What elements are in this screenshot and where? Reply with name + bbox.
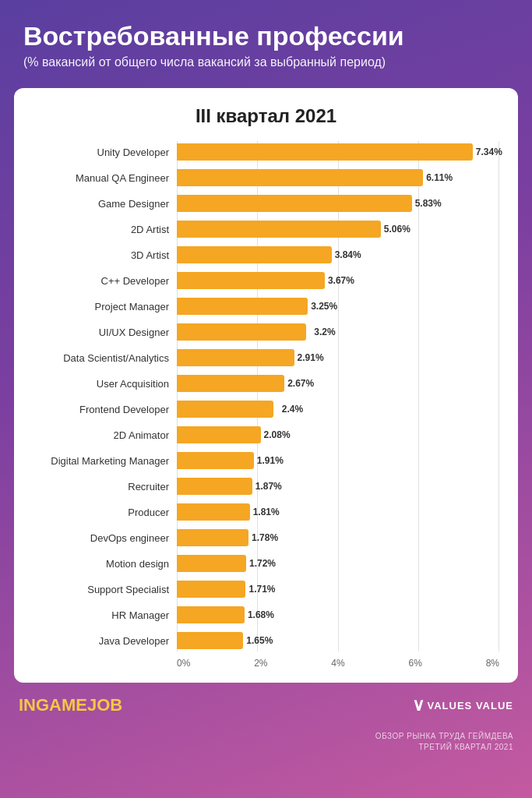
ingamejob-prefix: INGAME (19, 695, 87, 715)
values-value-logo: ∨ VALUES VALUE (412, 695, 513, 715)
bar-track: 3.2% (177, 323, 499, 341)
bar-label: Game Designer (33, 198, 177, 210)
ingamejob-suffix: JOB (87, 695, 122, 715)
bar-label: C++ Developer (33, 275, 177, 287)
bar-track: 7.34% (177, 143, 499, 161)
bar-value-label: 1.87% (255, 481, 282, 492)
table-row: 3D Artist3.84% (33, 244, 499, 266)
bar-value-label: 2.91% (298, 352, 324, 363)
vv-icon: ∨ (412, 695, 425, 715)
table-row: DevOps engineer1.78% (33, 527, 499, 549)
table-row: Digital Marketing Manager1.91% (33, 450, 499, 471)
bar-track: 2.91% (177, 349, 499, 366)
bar-value-label: 5.06% (384, 224, 410, 235)
bar-fill: 1.78% (177, 529, 248, 546)
bar-track: 1.87% (177, 478, 499, 495)
table-row: Recruiter1.87% (33, 475, 499, 497)
bar-value-label: 2.67% (287, 378, 314, 389)
table-row: C++ Developer3.67% (33, 270, 499, 291)
bar-label: Frontend Developer (33, 404, 177, 415)
bar-label: Java Developer (33, 635, 177, 647)
bar-track: 5.83% (177, 195, 499, 212)
bar-track: 1.71% (177, 581, 499, 598)
bar-track: 2.08% (177, 426, 499, 443)
bar-value-label: 2.08% (264, 429, 291, 440)
table-row: Game Designer5.83% (33, 192, 499, 214)
bar-track: 2.67% (177, 375, 499, 392)
page-subtitle: (% вакансий от общего числа вакансий за … (23, 55, 509, 69)
bar-track: 1.81% (177, 503, 499, 521)
bar-fill: 2.08% (177, 426, 261, 443)
footer-note: ОБЗОР РЫНКА ТРУДА ГЕЙМДЕВА ТРЕТИЙ КВАРТА… (0, 731, 532, 759)
bar-fill: 7.34% (177, 143, 473, 161)
bars-container: Unity Developer7.34%Manual QA Engineer6.… (33, 141, 499, 651)
bar-fill: 1.72% (177, 555, 246, 572)
bar-value-label: 1.68% (248, 609, 274, 620)
bar-track: 3.67% (177, 272, 499, 289)
table-row: User Acquisition2.67% (33, 373, 499, 394)
bar-value-label: 3.67% (328, 275, 354, 286)
bar-label: Recruiter (33, 481, 177, 493)
bar-fill: 1.71% (177, 581, 245, 598)
page-header: Востребованные профессии (% вакансий от … (0, 0, 532, 80)
bar-value-label: 6.11% (426, 172, 453, 183)
bar-track: 3.25% (177, 298, 499, 315)
bar-fill: 2.91% (177, 349, 294, 366)
bar-label: Motion design (33, 558, 177, 570)
x-axis-label: 6% (408, 658, 421, 669)
bar-label: Data Scientist/Analytics (33, 352, 177, 364)
bar-value-label: 2.4% (282, 404, 303, 415)
bar-fill: 3.25% (177, 298, 308, 315)
table-row: Data Scientist/Analytics2.91% (33, 347, 499, 369)
table-row: UI/UX Designer3.2% (33, 321, 499, 343)
footer-note-line1: ОБЗОР РЫНКА ТРУДА ГЕЙМДЕВА (19, 731, 513, 742)
x-axis-label: 4% (331, 658, 344, 669)
bar-value-label: 1.65% (246, 635, 273, 646)
bar-label: Manual QA Engineer (33, 172, 177, 184)
bar-track: 1.68% (177, 606, 499, 623)
table-row: Frontend Developer2.4% (33, 398, 499, 420)
bar-value-label: 1.81% (253, 507, 280, 517)
table-row: Manual QA Engineer6.11% (33, 167, 499, 189)
bar-track: 1.65% (177, 632, 499, 649)
table-row: Java Developer1.65% (33, 630, 499, 651)
bar-fill: 2.4% (177, 401, 273, 418)
bar-label: Unity Developer (33, 147, 177, 158)
bar-label: 2D Artist (33, 224, 177, 235)
bar-value-label: 7.34% (476, 147, 502, 157)
bar-fill: 1.91% (177, 452, 254, 469)
table-row: Motion design1.72% (33, 553, 499, 574)
bar-fill: 2.67% (177, 375, 284, 392)
bar-value-label: 3.84% (335, 249, 361, 260)
footer-note-line2: ТРЕТИЙ КВАРТАЛ 2021 (19, 742, 513, 753)
x-axis-labels: 0%2%4%6%8% (177, 658, 499, 669)
bar-track: 6.11% (177, 169, 499, 186)
bar-value-label: 1.91% (257, 455, 284, 466)
table-row: Producer1.81% (33, 501, 499, 523)
bar-value-label: 5.83% (415, 198, 442, 209)
bar-fill: 3.2% (177, 323, 306, 341)
bar-value-label: 3.2% (314, 327, 335, 337)
footer: INGAMEJOB ∨ VALUES VALUE (0, 695, 532, 731)
table-row: Project Manager3.25% (33, 295, 499, 317)
chart-area: Unity Developer7.34%Manual QA Engineer6.… (33, 141, 499, 651)
bar-label: DevOps engineer (33, 532, 177, 544)
ingamejob-logo: INGAMEJOB (19, 695, 122, 715)
bar-track: 1.78% (177, 529, 499, 546)
bar-track: 1.91% (177, 452, 499, 469)
bar-track: 2.4% (177, 401, 499, 418)
x-axis-label: 8% (486, 658, 499, 669)
x-axis-label: 2% (254, 658, 267, 669)
bar-label: UI/UX Designer (33, 327, 177, 338)
bar-fill: 3.84% (177, 246, 332, 263)
bar-fill: 3.67% (177, 272, 325, 289)
bar-fill: 1.65% (177, 632, 243, 649)
table-row: 2D Artist5.06% (33, 218, 499, 240)
bar-track: 5.06% (177, 221, 499, 238)
bar-track: 3.84% (177, 246, 499, 263)
table-row: Unity Developer7.34% (33, 141, 499, 163)
bar-fill: 1.81% (177, 503, 250, 521)
bar-label: 2D Animator (33, 429, 177, 441)
values-value-text: VALUES VALUE (428, 700, 513, 711)
bar-label: 3D Artist (33, 249, 177, 261)
